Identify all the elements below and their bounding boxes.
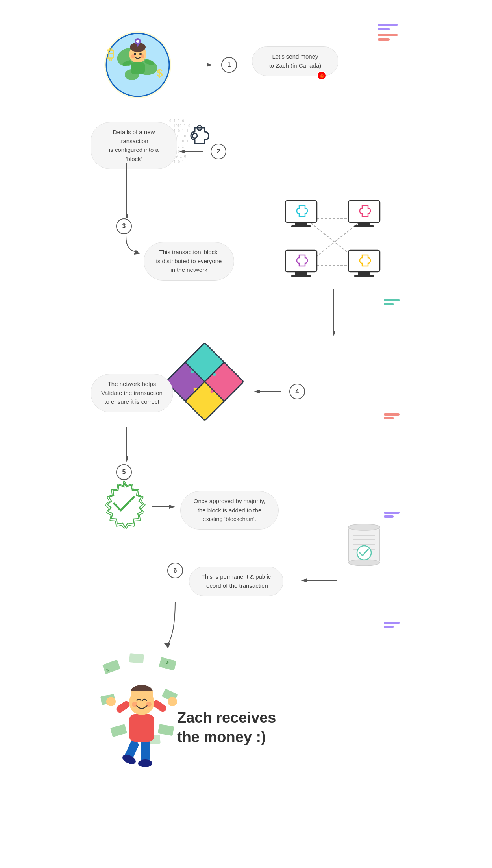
step2-bubble-text: Details of a new transactionis configure…	[91, 122, 177, 169]
diamond-puzzle	[161, 338, 248, 427]
svg-text:₿: ₿	[107, 46, 114, 62]
svg-point-80	[348, 524, 380, 530]
svg-rect-55	[348, 250, 380, 272]
step4-number: 4	[289, 384, 305, 399]
connector-2-3	[126, 163, 128, 218]
step6-number: 6	[167, 563, 183, 578]
step6-label: This is permanent & publicrecord of the …	[202, 573, 271, 589]
svg-point-18	[136, 40, 139, 43]
computer-3	[283, 248, 323, 285]
svg-marker-76	[126, 456, 128, 462]
svg-rect-13	[131, 62, 145, 74]
step5-number-wrap: 5	[116, 464, 132, 480]
svg-rect-49	[348, 201, 380, 222]
deco-bar	[378, 38, 390, 41]
final-text-area: Zach receivesthe money :)	[177, 708, 276, 747]
svg-rect-48	[291, 225, 311, 227]
computer-2	[346, 199, 386, 236]
svg-rect-50	[358, 222, 370, 225]
svg-point-36	[192, 133, 197, 138]
step2-number: 2	[211, 144, 226, 159]
step4-label: The network helpsValidate the transactio…	[101, 380, 163, 405]
step3-bubble-text: This transaction 'block'is distributed t…	[144, 242, 234, 281]
svg-marker-22	[207, 63, 213, 67]
globe-character: ₿ $	[98, 20, 181, 104]
blockchain-scroll-svg	[342, 523, 386, 571]
step1-label: Let's send moneyto Zach (in Canada)	[269, 53, 322, 69]
svg-rect-54	[291, 275, 311, 277]
step6-bubble-text: This is permanent & publicrecord of the …	[189, 567, 283, 596]
happy-person: $ $	[98, 649, 185, 773]
step1-arrow-left	[185, 61, 216, 69]
svg-rect-56	[358, 272, 370, 275]
svg-rect-104	[129, 714, 154, 742]
svg-rect-94	[110, 724, 127, 737]
svg-rect-111	[131, 691, 153, 698]
final-text: Zach receivesthe money :)	[177, 708, 276, 747]
svg-marker-40	[126, 214, 128, 218]
svg-point-86	[357, 546, 371, 560]
step6-arrow-from-scroll	[301, 576, 340, 584]
deco-bar	[378, 34, 398, 36]
step5-label: Once approved by majority,the block is a…	[194, 498, 265, 522]
deco-bar	[378, 24, 398, 26]
svg-rect-96	[129, 653, 144, 663]
svg-marker-89	[164, 643, 170, 648]
step2-bubble: Details of a new transactionis configure…	[91, 122, 177, 169]
network-computers	[276, 195, 394, 289]
step5-arrow	[152, 503, 179, 511]
step4-bubble: The network helpsValidate the transactio…	[91, 374, 173, 412]
step3-number: 3	[116, 218, 132, 234]
step1-number: 1	[221, 57, 237, 73]
step2-connector: 2	[179, 144, 226, 159]
connector-4-5	[126, 427, 128, 466]
svg-marker-88	[301, 578, 307, 582]
svg-point-112	[132, 702, 137, 707]
step3-bubble: This transaction 'block'is distributed t…	[144, 242, 234, 281]
step5-bubble: Once approved by majority,the block is a…	[180, 491, 279, 530]
svg-point-103	[138, 759, 152, 767]
svg-point-108	[168, 697, 177, 706]
deco-bars-right2	[384, 299, 400, 305]
happy-person-svg: $ $	[98, 649, 185, 771]
svg-point-81	[348, 560, 380, 566]
step6-number-wrap: 6	[167, 563, 183, 578]
step4-connector: 4	[254, 384, 305, 399]
step5-bubble-text: Once approved by majority,the block is a…	[180, 491, 279, 530]
computer-3-svg	[283, 248, 323, 284]
step3-curve-arrow	[122, 236, 146, 260]
blockchain-scroll	[342, 523, 386, 572]
svg-marker-38	[179, 150, 185, 153]
svg-rect-53	[295, 272, 307, 275]
infographic: ₿ $ 1 Let's send moneyto Zach (in Canada…	[83, 0, 409, 868]
svg-rect-51	[354, 225, 374, 227]
svg-point-11	[131, 54, 135, 58]
svg-rect-52	[285, 250, 317, 272]
step1-bubble-text: Let's send moneyto Zach (in Canada) 🍁	[252, 46, 338, 76]
deco-bar	[378, 28, 390, 30]
step2-label: Details of a new transactionis configure…	[109, 129, 159, 162]
svg-rect-105	[115, 700, 131, 714]
computer-1	[283, 199, 323, 236]
svg-marker-41	[134, 250, 140, 255]
step3-label: This transaction 'block'is distributed t…	[156, 249, 222, 273]
svg-rect-95	[158, 724, 174, 736]
deco-bars-top-right	[378, 24, 398, 41]
computer-1-svg	[283, 199, 323, 234]
svg-marker-78	[169, 505, 175, 509]
svg-rect-57	[354, 275, 374, 277]
step1-bubble: Let's send moneyto Zach (in Canada) 🍁	[252, 46, 338, 76]
connector-6-final	[159, 602, 191, 649]
deco-bars-right4	[384, 512, 400, 518]
svg-point-113	[146, 702, 152, 707]
svg-rect-46	[285, 201, 317, 222]
svg-point-107	[106, 697, 116, 706]
computer-4	[346, 248, 386, 285]
computer-4-svg	[346, 248, 386, 284]
globe-svg: ₿ $	[98, 20, 181, 102]
svg-point-12	[141, 54, 144, 58]
svg-marker-74	[254, 390, 260, 393]
step4-bubble-text: The network helpsValidate the transactio…	[91, 374, 173, 412]
step2-arrow	[179, 148, 207, 155]
deco-bars-right3	[384, 413, 400, 419]
